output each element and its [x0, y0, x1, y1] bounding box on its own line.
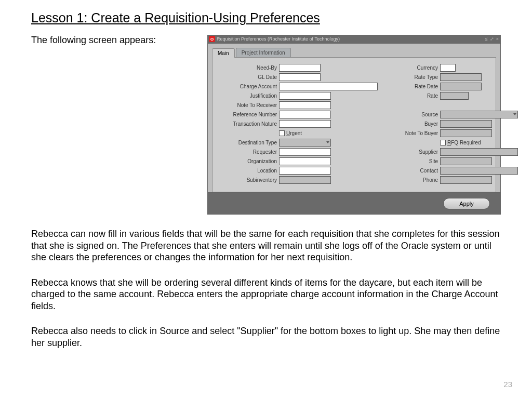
- tab-project-information[interactable]: Project Information: [236, 48, 291, 57]
- window-titlebar: O Requisition Preferences (Rochester Ins…: [207, 35, 501, 43]
- form-left-column: Need-By GL Date Charge Account Justifica…: [217, 63, 378, 184]
- window-title: Requisition Preferences (Rochester Insti…: [217, 36, 485, 42]
- input-requester[interactable]: [279, 148, 331, 156]
- input-charge-account[interactable]: [279, 83, 378, 90]
- label-source: Source: [378, 112, 440, 117]
- paragraph-3: Rebecca also needs to click in Source an…: [31, 325, 501, 349]
- close-icon[interactable]: ×: [496, 36, 499, 42]
- label-transaction-nature: Transaction Nature: [217, 121, 279, 127]
- checkbox-urgent-box[interactable]: [279, 130, 285, 136]
- label-rate: Rate: [378, 93, 440, 99]
- input-currency[interactable]: [440, 64, 456, 72]
- label-currency: Currency: [378, 65, 440, 71]
- input-need-by[interactable]: [279, 64, 321, 72]
- label-site: Site: [378, 158, 440, 164]
- label-location: Location: [217, 168, 279, 174]
- page-title: Lesson 1: Create a Requisition-Using Pre…: [31, 10, 501, 25]
- label-charge-account: Charge Account: [217, 84, 279, 89]
- oracle-icon: O: [209, 36, 215, 42]
- input-subinventory[interactable]: [279, 176, 331, 184]
- input-supplier[interactable]: [440, 148, 518, 156]
- input-reference-number[interactable]: [279, 111, 331, 118]
- input-justification[interactable]: [279, 92, 331, 100]
- input-transaction-nature[interactable]: [279, 120, 331, 128]
- input-gl-date[interactable]: [279, 73, 321, 81]
- label-destination-type: Destination Type: [217, 140, 279, 145]
- label-note-to-buyer: Note To Buyer: [378, 130, 440, 136]
- form-area: Need-By GL Date Charge Account Justifica…: [212, 57, 496, 192]
- paragraph-2: Rebecca knows that she will be ordering …: [31, 277, 501, 312]
- checkbox-rfq-required[interactable]: RFQ Required: [440, 140, 481, 145]
- input-note-to-receiver[interactable]: [279, 101, 331, 109]
- checkbox-rfq-box[interactable]: [440, 140, 446, 145]
- checkbox-urgent[interactable]: Urgent: [279, 130, 302, 136]
- oracle-window: O Requisition Preferences (Rochester Ins…: [207, 35, 501, 215]
- input-note-to-buyer[interactable]: [440, 129, 492, 137]
- select-destination-type[interactable]: [279, 139, 331, 147]
- tab-main[interactable]: Main: [212, 48, 235, 58]
- form-right-column: Currency Rate Type Rate Date Rate Source…: [378, 63, 518, 184]
- label-supplier: Supplier: [378, 149, 440, 155]
- input-contact[interactable]: [440, 167, 518, 175]
- input-rate-date[interactable]: [440, 83, 482, 90]
- input-rate[interactable]: [440, 92, 469, 100]
- intro-text: The following screen appears:: [31, 35, 156, 46]
- label-gl-date: GL Date: [217, 74, 279, 80]
- label-organization: Organization: [217, 158, 279, 164]
- select-source[interactable]: [440, 111, 518, 118]
- label-buyer: Buyer: [378, 121, 440, 127]
- input-phone[interactable]: [440, 176, 492, 184]
- input-rate-type[interactable]: [440, 73, 482, 81]
- label-note-to-receiver: Note To Receiver: [217, 102, 279, 108]
- label-rate-type: Rate Type: [378, 74, 440, 80]
- label-contact: Contact: [378, 168, 440, 174]
- window-footer: Apply: [207, 193, 501, 215]
- label-rate-date: Rate Date: [378, 84, 440, 89]
- tab-bar: Main Project Information: [212, 48, 496, 57]
- label-justification: Justification: [217, 93, 279, 99]
- label-reference-number: Reference Number: [217, 112, 279, 117]
- input-location[interactable]: [279, 167, 331, 175]
- input-organization[interactable]: [279, 157, 331, 165]
- input-buyer[interactable]: [440, 120, 492, 128]
- label-need-by: Need-By: [217, 65, 279, 71]
- minimize-icon[interactable]: ≤: [485, 36, 488, 42]
- maximize-icon[interactable]: ⤢: [490, 36, 494, 42]
- label-subinventory: Subinventory: [217, 177, 279, 183]
- paragraph-1: Rebecca can now fill in various fields t…: [31, 228, 501, 263]
- label-phone: Phone: [378, 177, 440, 183]
- apply-button[interactable]: Apply: [443, 198, 490, 209]
- input-site[interactable]: [440, 157, 492, 165]
- page-number: 23: [503, 380, 512, 389]
- label-requester: Requester: [217, 149, 279, 155]
